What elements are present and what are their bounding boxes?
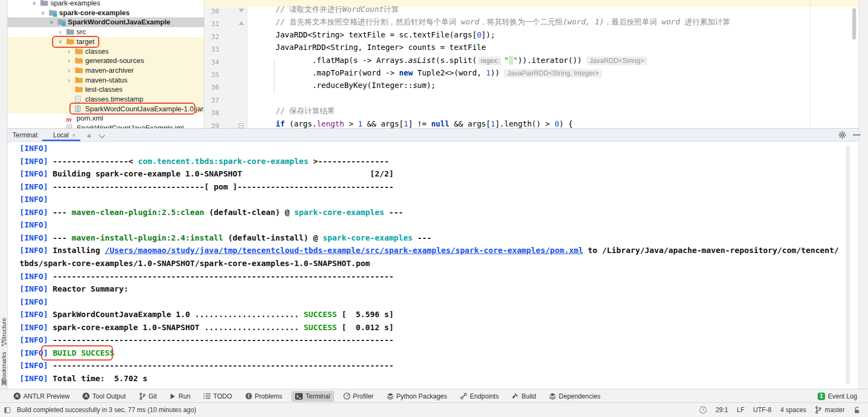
tree-row-classes[interactable]: ›classes: [8, 47, 204, 56]
minimize-icon[interactable]: —: [853, 130, 860, 139]
chevron-right-icon[interactable]: ›: [66, 56, 72, 66]
git-branch-icon: [139, 393, 146, 400]
tree-row-maven-archiver[interactable]: ›maven-archiver: [8, 66, 204, 75]
terminal-text: [INFO]: [20, 374, 48, 383]
fold-marker-icon[interactable]: [239, 9, 244, 14]
chevron-right-icon[interactable]: ›: [66, 66, 72, 75]
terminal-line: [INFO] --- maven-install-plugin:2.4:inst…: [20, 233, 432, 247]
code-line[interactable]: // 首先将文本按照空格进行分割，然后针对每个单词 word，将其转换为一个二元…: [276, 17, 730, 30]
code-line[interactable]: // 读取文件并进行WordCount计算: [276, 5, 399, 17]
status-message: Build completed successfully in 3 sec, 7…: [17, 406, 196, 414]
toolwindow-tab-build[interactable]: Build: [508, 391, 540, 402]
code-line[interactable]: // 保存计算结果: [276, 106, 335, 119]
chevron-down-icon[interactable]: [99, 132, 105, 138]
toolwindow-tab-antlr-preview[interactable]: AANTLR Preview: [10, 391, 73, 402]
chevron-right-icon[interactable]: ›: [66, 47, 72, 56]
terminal-text: ---: [384, 208, 403, 217]
fold-marker-icon[interactable]: [239, 21, 244, 26]
code-line[interactable]: JavaPairRDD<String, Integer> counts = te…: [276, 43, 486, 55]
status-item[interactable]: [699, 406, 707, 414]
maven-icon: m: [66, 115, 74, 122]
tree-row-spark-examples[interactable]: ∨spark-examples: [8, 0, 204, 8]
tree-row-pom-xml[interactable]: mpom.xml: [8, 113, 204, 123]
module-icon: [49, 9, 57, 16]
terminal-output[interactable]: [INFO][INFO] ----------------< com.tence…: [8, 142, 859, 389]
toolwindow-tab-label: Python Packages: [397, 393, 447, 400]
toolwindow-tab-label: Run: [178, 393, 190, 400]
editor-line-number: 34: [206, 56, 219, 68]
code-line[interactable]: JavaRDD<String> textFile = sc.textFile(a…: [276, 30, 495, 43]
tree-row-spark-core-examples[interactable]: ∨spark-core-examples: [8, 8, 204, 18]
terminal-scrollbar-thumb[interactable]: [846, 146, 850, 384]
terminal-line: [INFO]: [20, 220, 48, 233]
tree-row-sparkwordcountjavaexample-iml[interactable]: SparkWordCountJavaExample.iml: [8, 123, 204, 128]
stripe-tab-bookmarks[interactable]: Bookmarks: [1, 350, 7, 382]
terminal-text: SUCCESS: [304, 323, 337, 332]
tree-row-target[interactable]: ∨target: [8, 37, 204, 47]
toolwindow-toggle-icon[interactable]: [4, 407, 10, 413]
tree-row-label: target: [76, 37, 94, 47]
chevron-down-icon[interactable]: ∨: [31, 0, 37, 8]
tree-row-maven-status[interactable]: ›maven-status: [8, 75, 204, 85]
toolwindow-tab-tool-output[interactable]: ATool Output: [79, 391, 129, 402]
terminal-text: spark-core-examples: [323, 233, 413, 242]
tree-row-sparkwordcountjavaexample[interactable]: ∨SparkWordCountJavaExample: [8, 17, 204, 27]
unlock-icon: [853, 406, 860, 414]
terminal-text: [INFO]: [20, 195, 48, 204]
code-editor[interactable]: 30// 读取文件并进行WordCount计算31// 首先将文本按照空格进行分…: [205, 0, 859, 128]
chevron-right-icon[interactable]: ›: [57, 27, 63, 37]
toolwindow-tab-todo[interactable]: TODO: [200, 391, 235, 402]
chevron-down-icon[interactable]: ∨: [57, 37, 63, 47]
event-log-button[interactable]: 1 Event Log: [818, 389, 857, 403]
terminal-line: [INFO] --- maven-clean-plugin:2.5:clean …: [20, 208, 403, 221]
tree-row-sparkwordcountjavaexample-1-0-jar[interactable]: SparkWordCountJavaExample-1.0.jar: [8, 104, 204, 114]
status-item-4-spaces[interactable]: 4 spaces: [780, 406, 806, 414]
tree-row-src[interactable]: ›src: [8, 27, 204, 37]
toolwindow-tab-run[interactable]: Run: [166, 391, 194, 402]
folder-orange-icon: [75, 86, 83, 93]
folder-icon: [40, 0, 48, 7]
status-item[interactable]: [853, 406, 860, 414]
code-line[interactable]: .flatMap(s -> Arrays.asList(s.split(rege…: [276, 56, 647, 68]
close-tab-icon[interactable]: ×: [72, 132, 75, 138]
editor-line-number: 32: [206, 30, 219, 43]
terminal-file-link[interactable]: /Users/maomao/study/java/tmp/tencentclou…: [105, 246, 583, 255]
fold-marker-icon[interactable]: [239, 123, 244, 128]
tree-row-classes-timestamp[interactable]: classes.timestamp: [8, 94, 204, 104]
toolwindow-tab-problems[interactable]: Problems: [241, 391, 286, 402]
chevron-right-icon[interactable]: ›: [66, 75, 72, 85]
antlr-icon: A: [82, 393, 90, 400]
tree-row-generated-sources[interactable]: ›generated-sources: [8, 56, 204, 66]
chevron-down-icon[interactable]: ∨: [48, 17, 55, 27]
status-item-master[interactable]: master: [815, 406, 845, 414]
status-item-utf-8[interactable]: UTF-8: [753, 406, 771, 414]
project-tree-panel[interactable]: ∨spark-examples∨spark-core-examples∨Spar…: [8, 0, 205, 128]
editor-scrollbar-thumb[interactable]: [852, 8, 856, 40]
terminal-text: --------------------------------[ pom ]-…: [48, 182, 393, 191]
terminal-text: [INFO]: [20, 361, 48, 370]
toolwindow-tab-endpoints[interactable]: Endpoints: [456, 391, 502, 402]
new-terminal-button[interactable]: +: [87, 131, 92, 140]
chevron-down-icon[interactable]: ∨: [40, 8, 46, 18]
toolwindow-tab-profiler[interactable]: Profiler: [340, 391, 378, 402]
editor-indent-guide: [274, 60, 275, 94]
status-item-29-1[interactable]: 29:1: [716, 406, 728, 414]
toolwindow-tab-label: ANTLR Preview: [23, 393, 69, 400]
code-line[interactable]: if (args.length > 1 && args[1] != null &…: [276, 119, 573, 128]
toolwindow-tab-git[interactable]: Git: [135, 391, 161, 402]
status-item-lf[interactable]: LF: [737, 406, 744, 414]
terminal-text: SparkWordCountJavaExample 1.0 ..........…: [48, 310, 303, 319]
tree-row-test-classes[interactable]: test-classes: [8, 85, 204, 94]
toolwindow-tab-terminal[interactable]: Terminal: [291, 391, 334, 402]
gear-icon[interactable]: [838, 131, 846, 141]
toolwindow-tab-label: Dependencies: [559, 393, 601, 400]
code-line[interactable]: .reduceByKey(Integer::sum);: [276, 81, 436, 93]
code-line[interactable]: .mapToPair(word -> new Tuple2<>(word, 1)…: [276, 68, 602, 81]
terminal-line: [INFO] ---------------------------------…: [20, 272, 394, 285]
tree-row-label: test-classes: [85, 85, 123, 94]
toolwindow-tab-python-packages[interactable]: Python Packages: [383, 391, 451, 402]
stripe-tab-structure[interactable]: Structure: [1, 311, 7, 342]
terminal-text: ----------------<: [48, 157, 138, 166]
folder-icon: [66, 28, 74, 35]
toolwindow-tab-dependencies[interactable]: Dependencies: [545, 391, 604, 402]
